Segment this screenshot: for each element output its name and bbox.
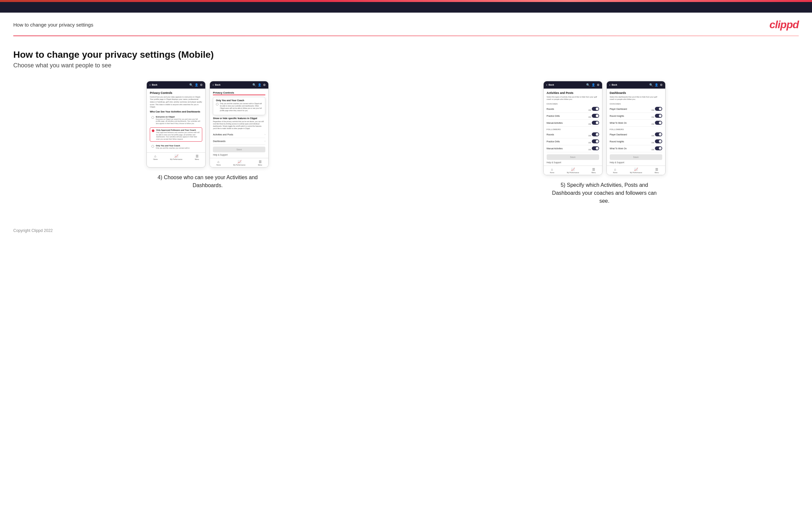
phone2-back[interactable]: ‹ Back <box>212 83 220 87</box>
phone2-show-hide-desc: Regardless of the privacy controls that … <box>213 120 265 130</box>
phone3-followers-manual-label: Manual Activities <box>547 147 563 150</box>
phone4-bottom-nav: ⌂ Home 📈 My Performance ☰ Menu <box>607 166 665 175</box>
phone2-tab-label: Privacy Controls <box>213 91 265 94</box>
phone3-coaches-rounds-toggle[interactable] <box>592 107 599 111</box>
phone4-save-btn[interactable]: Save <box>610 154 662 160</box>
phone4-help: Help & Support <box>610 160 662 164</box>
profile-icon-4[interactable]: 👤 <box>655 83 658 87</box>
phone4-followers-workon-toggle[interactable] <box>655 146 662 150</box>
page-subheading: Choose what you want people to see <box>13 62 799 69</box>
header-title: How to change your privacy settings <box>13 22 93 27</box>
phone3-content: Activities and Posts Select the types of… <box>544 89 602 164</box>
nav-home-2[interactable]: ⌂ Home <box>216 160 220 166</box>
nav-home-4[interactable]: ⌂ Home <box>613 168 617 174</box>
phone1-back[interactable]: ‹ Back <box>149 83 157 87</box>
nav-perf-2[interactable]: 📈 My Performance <box>233 160 245 166</box>
phone3-coaches-manual: Manual Activities ON <box>547 120 599 127</box>
phone4-followers-player-toggle[interactable] <box>655 132 662 136</box>
menu-label-4: Menu <box>655 172 659 174</box>
search-icon[interactable]: 🔍 <box>189 83 193 87</box>
radio-approved[interactable]: Only Approved Followers and Your Coach O… <box>150 127 202 142</box>
phone1-back-arrow: ‹ <box>149 83 150 87</box>
phone2-menu-dashboards[interactable]: Dashboards › <box>213 138 265 145</box>
phone4-back[interactable]: ‹ Back <box>609 83 617 87</box>
phone-3: ‹ Back 🔍 👤 ⚙ Activities and Posts Select… <box>543 81 602 175</box>
profile-icon-3[interactable]: 👤 <box>592 83 595 87</box>
main-content: How to change your privacy settings (Mob… <box>0 36 812 218</box>
search-icon-4[interactable]: 🔍 <box>649 83 653 87</box>
phone4-followers-insights-toggle[interactable] <box>655 139 662 143</box>
nav-menu-4[interactable]: ☰ Menu <box>655 168 659 174</box>
phone3-followers-rounds: Rounds ON <box>547 131 599 138</box>
copyright: Copyright Clippd 2022 <box>13 228 53 233</box>
profile-icon-2[interactable]: 👤 <box>258 83 261 87</box>
phone3-followers-rounds-label: Rounds <box>547 133 554 136</box>
phone2-menu-activities[interactable]: Activities and Posts › <box>213 131 265 138</box>
phone3-bottom-nav: ⌂ Home 📈 My Performance ☰ Menu <box>544 166 602 175</box>
phone2-popup-radio: Only you and the coaches you connect wit… <box>216 103 262 112</box>
phone3-icons: 🔍 👤 ⚙ <box>586 83 600 87</box>
phone3-topbar: ‹ Back 🔍 👤 ⚙ <box>544 81 602 89</box>
perf-icon-1: 📈 <box>174 154 179 158</box>
phone4-coaches-workon-toggle[interactable] <box>655 121 662 125</box>
mockup-group-4: ‹ Back 🔍 👤 ⚙ Privacy Controls Control ho… <box>13 81 402 189</box>
phone3-coaches-rounds: Rounds ON <box>547 106 599 113</box>
nav-home-1[interactable]: ⌂ Home <box>153 154 157 160</box>
nav-menu-2[interactable]: ☰ Menu <box>258 160 262 166</box>
nav-menu-1[interactable]: ☰ Menu <box>195 154 199 160</box>
phone2-back-label: Back <box>215 83 220 86</box>
phone4-coaches-insights-toggle[interactable] <box>655 114 662 118</box>
settings-icon-3[interactable]: ⚙ <box>597 83 600 87</box>
phone3-followers-manual-toggle[interactable] <box>592 146 599 150</box>
phone-4: ‹ Back 🔍 👤 ⚙ Dashboards Select the dashb… <box>606 81 666 175</box>
perf-icon-3: 📈 <box>571 168 575 171</box>
phone3-followers-rounds-toggle[interactable] <box>592 132 599 136</box>
nav-perf-1[interactable]: 📈 My Performance <box>170 154 182 160</box>
phone-2: ‹ Back 🔍 👤 ⚙ Privacy Controls <box>210 81 269 168</box>
profile-icon[interactable]: 👤 <box>195 83 198 87</box>
phone4-followers-player: Player Dashboard ON <box>610 131 662 138</box>
page-heading: How to change your privacy settings (Mob… <box>13 49 799 60</box>
perf-label-1: My Performance <box>170 158 182 160</box>
home-icon-3: ⌂ <box>551 168 553 171</box>
nav-menu-3[interactable]: ☰ Menu <box>592 168 596 174</box>
radio-only-you-label: Only You and Your Coach <box>156 145 190 147</box>
phone-1: ‹ Back 🔍 👤 ⚙ Privacy Controls Control ho… <box>146 81 206 168</box>
home-label-1: Home <box>153 158 157 160</box>
perf-label-4: My Performance <box>630 172 642 174</box>
phone3-back[interactable]: ‹ Back <box>546 83 554 87</box>
phone2-save-btn[interactable]: Save <box>213 147 265 152</box>
phone3-coaches-rounds-label: Rounds <box>547 108 554 110</box>
settings-icon-2[interactable]: ⚙ <box>263 83 266 87</box>
nav-perf-4[interactable]: 📈 My Performance <box>630 168 642 174</box>
phone4-icons: 🔍 👤 ⚙ <box>649 83 663 87</box>
settings-icon[interactable]: ⚙ <box>200 83 203 87</box>
home-icon-4: ⌂ <box>614 168 616 171</box>
search-icon-2[interactable]: 🔍 <box>252 83 256 87</box>
radio-everyone[interactable]: Everyone on Clippd Everyone on Clippd ca… <box>150 114 202 126</box>
phone4-followers-label: FOLLOWERS <box>610 128 662 130</box>
phone3-followers-drills-toggle[interactable] <box>592 139 599 143</box>
phone3-save-btn[interactable]: Save <box>547 154 599 160</box>
phone1-back-label: Back <box>152 83 157 86</box>
settings-icon-4[interactable]: ⚙ <box>660 83 663 87</box>
phone4-body: Select the dashboards that you'd like to… <box>610 96 662 101</box>
phone2-topbar: ‹ Back 🔍 👤 ⚙ <box>210 81 268 89</box>
header: How to change your privacy settings clip… <box>0 13 812 36</box>
phone4-followers-insights: Round Insights ON <box>610 138 662 145</box>
perf-label-2: My Performance <box>233 164 245 166</box>
radio-only-you[interactable]: Only You and Your Coach Only you and the… <box>150 143 202 151</box>
phone4-coaches-player-toggle[interactable] <box>655 107 662 111</box>
menu-label-1: Menu <box>195 158 199 160</box>
menu-icon-4: ☰ <box>655 168 658 171</box>
phone1-bottom-nav: ⌂ Home 📈 My Performance ☰ Menu <box>147 152 205 162</box>
nav-perf-3[interactable]: 📈 My Performance <box>567 168 579 174</box>
search-icon-3[interactable]: 🔍 <box>586 83 590 87</box>
phone2-popup-title: Only You and Your Coach <box>216 99 262 102</box>
perf-label-3: My Performance <box>567 172 579 174</box>
nav-home-3[interactable]: ⌂ Home <box>550 168 554 174</box>
phone3-coaches-drills-toggle[interactable] <box>592 114 599 118</box>
phone3-coaches-manual-toggle[interactable] <box>592 121 599 125</box>
phone2-tab-underline <box>213 95 265 95</box>
phone4-followers-workon-label: What To Work On <box>610 147 627 150</box>
